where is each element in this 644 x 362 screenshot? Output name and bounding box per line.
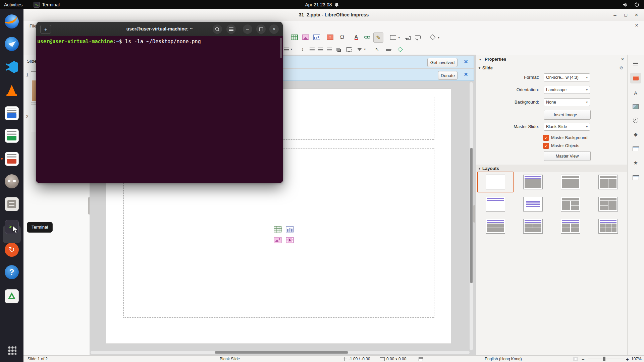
layouts-section-header[interactable]: ▾ Layouts <box>476 165 628 172</box>
basic-shapes-icon[interactable]: ▾ <box>388 33 398 42</box>
dock-item-help[interactable]: ? <box>4 265 19 280</box>
layout-title-content-2[interactable] <box>552 172 589 192</box>
master-slides-tab-icon[interactable] <box>630 172 641 183</box>
image-filter-icon[interactable]: ▾ <box>355 45 364 54</box>
terminal-output[interactable]: user@user-virtual-machine:~$ ls -la ~/De… <box>36 36 283 183</box>
glue-points-icon[interactable] <box>395 45 405 54</box>
get-involved-button[interactable]: Get involved <box>427 58 458 67</box>
layout-four-content[interactable] <box>552 216 589 237</box>
layout-content-2content[interactable] <box>552 194 589 215</box>
vertical-scrollbar[interactable] <box>470 82 473 350</box>
dock-item-software-updater[interactable]: ↻ <box>4 242 19 257</box>
terminal-maximize-button[interactable] <box>256 24 266 34</box>
insert-image-icon[interactable] <box>301 33 310 42</box>
styles-tab-icon[interactable]: A <box>630 87 641 98</box>
insert-line-icon[interactable] <box>373 33 383 43</box>
align-icon[interactable]: ▾ <box>281 45 291 54</box>
horizontal-scrollbar-thumb[interactable] <box>215 351 348 354</box>
horizontal-scrollbar[interactable] <box>91 351 470 354</box>
line-spacing-icon[interactable] <box>298 45 307 54</box>
minimize-button[interactable] <box>611 11 619 19</box>
dock-item-impress[interactable] <box>4 152 19 166</box>
layout-2content-over-content[interactable] <box>515 216 551 237</box>
transitions-tab-icon[interactable] <box>630 143 641 154</box>
donate-button[interactable]: Donate <box>438 71 458 80</box>
dock-item-files[interactable] <box>4 197 19 212</box>
properties-tab-icon[interactable] <box>630 73 641 83</box>
select-tool-icon[interactable] <box>372 45 382 54</box>
master-slide-dropdown[interactable]: Blank Slide <box>544 123 590 131</box>
show-applications-button[interactable] <box>4 343 19 357</box>
slide-section-settings-icon[interactable]: ⚙ <box>619 65 623 70</box>
layout-blank[interactable] <box>477 172 514 192</box>
master-view-button[interactable]: Master View <box>544 151 591 161</box>
zoom-slider[interactable] <box>588 359 625 359</box>
layout-2content-content[interactable] <box>590 194 626 215</box>
special-character-icon[interactable] <box>337 33 347 42</box>
menu-button[interactable] <box>226 24 236 34</box>
list-bullets-icon[interactable] <box>316 45 325 54</box>
shapes-tab-icon[interactable]: ◆ <box>630 129 641 140</box>
navigator-tab-icon[interactable] <box>630 115 641 126</box>
search-button[interactable] <box>213 24 222 34</box>
close-button[interactable] <box>632 11 641 19</box>
dock-item-writer[interactable] <box>4 106 19 121</box>
dock-item-gimp[interactable] <box>4 174 19 189</box>
animation-tab-icon[interactable]: ★ <box>630 158 641 168</box>
vertical-scrollbar-thumb[interactable] <box>470 148 473 283</box>
layout-content-over-content[interactable] <box>477 216 514 237</box>
layout-title-content[interactable] <box>515 172 551 192</box>
symbol-shapes-icon[interactable] <box>402 33 411 42</box>
hyperlink-icon[interactable] <box>363 33 372 42</box>
fontwork-icon[interactable] <box>352 33 361 42</box>
clock-menu[interactable]: Apr 21 23:08 <box>305 0 339 9</box>
insert-chart-icon[interactable] <box>312 33 321 42</box>
layout-title-only[interactable] <box>477 194 514 215</box>
layout-six-content[interactable] <box>590 216 626 237</box>
dock-item-trash[interactable] <box>4 289 19 304</box>
zoom-level[interactable]: 107% <box>631 356 642 362</box>
infobar1-close-icon[interactable]: × <box>462 58 470 65</box>
dock-item-vscode[interactable] <box>4 60 19 74</box>
maximize-button[interactable] <box>622 11 630 19</box>
focused-app-menu[interactable]: >_ Terminal <box>30 0 64 9</box>
paragraph-spacing-icon[interactable] <box>307 45 317 54</box>
terminal-minimize-button[interactable]: – <box>243 24 252 34</box>
crop-icon[interactable] <box>344 45 354 54</box>
dock-item-calc[interactable] <box>4 128 19 143</box>
indent-icon[interactable] <box>325 45 334 54</box>
dock-item-firefox[interactable] <box>4 14 19 29</box>
slide-section-header[interactable]: ▾ Slide <box>479 65 493 70</box>
insert-image-button[interactable]: Insert Image... <box>544 110 591 120</box>
terminal-scrollbar-thumb[interactable] <box>280 38 282 58</box>
system-status-area[interactable] <box>623 0 642 9</box>
zoom-slider-handle[interactable] <box>603 357 605 361</box>
orientation-dropdown[interactable]: Landscape <box>544 86 590 94</box>
dock-item-thunderbird[interactable] <box>4 37 19 51</box>
insert-table-placeholder-icon[interactable] <box>273 226 282 233</box>
zoom-in-button[interactable]: + <box>626 356 629 362</box>
gallery-tab-icon[interactable] <box>630 101 641 112</box>
terminal-close-button[interactable]: × <box>269 24 279 34</box>
terminal-headerbar[interactable]: + user@user-virtual-machine: ~ – × <box>36 22 283 37</box>
layout-two-content[interactable] <box>590 172 626 192</box>
insert-media-placeholder-icon[interactable] <box>285 236 294 244</box>
activities-button[interactable]: Activities <box>0 0 26 9</box>
close-document-icon[interactable] <box>633 22 640 29</box>
save-status[interactable] <box>419 356 423 362</box>
fit-slide-button[interactable] <box>573 356 578 362</box>
shadow-icon[interactable] <box>333 45 343 54</box>
zoom-out-button[interactable]: − <box>582 356 585 362</box>
infobar2-close-icon[interactable]: × <box>462 71 470 78</box>
impress-titlebar[interactable]: 31_2.pptx - LibreOffice Impress <box>23 9 644 21</box>
callout-shapes-icon[interactable] <box>413 33 422 42</box>
close-sidebar-deck-icon[interactable] <box>621 56 624 63</box>
edit-points-icon[interactable] <box>384 45 393 54</box>
dock-item-vlc[interactable] <box>4 83 19 98</box>
background-dropdown[interactable]: None <box>544 98 590 106</box>
insert-image-placeholder-icon[interactable] <box>273 236 282 244</box>
layout-centered-text[interactable] <box>515 194 551 215</box>
master-background-checkbox[interactable]: ✓ <box>543 135 549 141</box>
insert-table-icon[interactable] <box>290 33 299 42</box>
master-objects-checkbox[interactable]: ✓ <box>543 143 549 149</box>
